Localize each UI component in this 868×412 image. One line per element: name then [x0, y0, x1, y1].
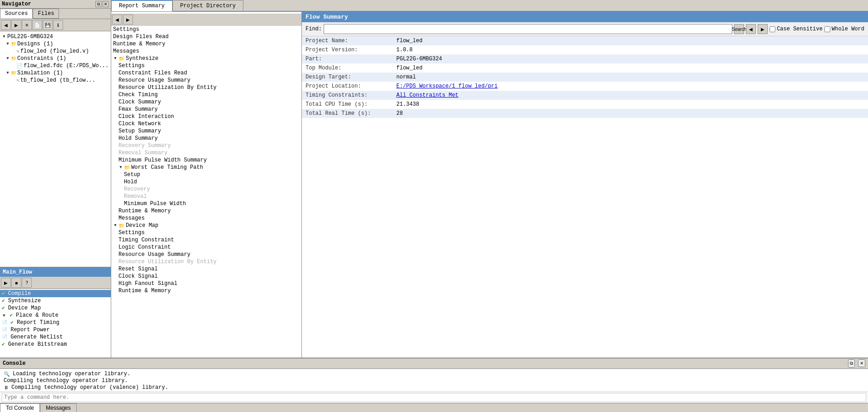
tree-item-designs[interactable]: ▼ 📁 Designs (1) — [0, 40, 111, 48]
rtree-synthesize-folder[interactable]: ▼ 📁 Synthesize — [111, 55, 301, 62]
nav-delete-button[interactable]: ✕ — [22, 20, 32, 30]
console-input[interactable] — [2, 393, 866, 402]
find-prev-button[interactable]: ◀ — [746, 24, 756, 34]
rtree-clock-summary[interactable]: Clock Summary — [111, 98, 301, 106]
rtree-runtime-top[interactable]: Runtime & Memory — [111, 40, 301, 48]
rtree-min-pulse[interactable]: Minimum Pulse Width Summary — [111, 157, 301, 164]
rtree-device-map-folder[interactable]: ▼ 📁 Device Map — [111, 222, 301, 229]
nav-forward-button[interactable]: ▶ — [11, 20, 21, 30]
flow-item-place-route[interactable]: ▼ ✔ Place & Route — [0, 312, 111, 319]
console-line-0: 🔍 Loading technology operator library. — [4, 371, 864, 377]
rtree-worst-case-folder[interactable]: ▼ 📁 Worst Case Timing Path — [111, 164, 301, 171]
rtree-label-settings-top: Settings — [113, 26, 139, 33]
main-flow-tree[interactable]: ✔ Compile ✔ Synthesize ✔ Device Map — [0, 289, 111, 358]
navigator-close-button[interactable]: ✕ — [103, 1, 109, 7]
report-tree-prev-btn[interactable]: ◀ — [112, 15, 122, 25]
search-button[interactable]: Search — [734, 24, 744, 34]
flow-stop-button[interactable]: ■ — [11, 278, 21, 288]
case-sensitive-label[interactable]: Case Sensitive — [769, 26, 823, 32]
rtree-label-runtime-synth: Runtime & Memory — [118, 208, 171, 214]
rtree-runtime-synth[interactable]: Runtime & Memory — [111, 207, 301, 215]
tree-item-flow-led-fdc[interactable]: 📄 flow_led.fdc (E:/PDS_Wo... — [0, 62, 111, 69]
rtree-logic-constraint[interactable]: Logic Constraint — [111, 244, 301, 251]
flow-item-report-timing[interactable]: 📄 ✔ Report Timing — [0, 319, 111, 326]
tree-item-flow-led[interactable]: ✎ flow_led (flow_led.v) — [0, 48, 111, 55]
case-sensitive-text: Case Sensitive — [777, 26, 823, 32]
rtree-timing-constraint[interactable]: Timing Constraint — [111, 236, 301, 244]
report-value-6[interactable]: All Constraints Met — [393, 91, 868, 100]
rtree-dm-resource-util[interactable]: Resource Utilization By Entity — [111, 258, 301, 265]
rtree-synth-settings[interactable]: Settings — [111, 62, 301, 69]
rtree-hold-summary[interactable]: Hold Summary — [111, 135, 301, 142]
rtree-resource-util[interactable]: Resource Utilization By Entity — [111, 84, 301, 91]
nav-info-button[interactable]: ℹ — [53, 20, 63, 30]
tab-sources[interactable]: Sources — [0, 9, 33, 19]
tree-item-pgl22g[interactable]: ▼ PGL22G-6MBG324 — [0, 33, 111, 40]
report-value-5[interactable]: E:/PDS_Workspace/1_flow_led/pri — [393, 82, 868, 91]
flow-label-device-map: Device Map — [8, 305, 41, 311]
rtree-label-clock-signal: Clock Signal — [118, 273, 158, 280]
flow-label-compile: Compile — [8, 290, 31, 297]
rtree-min-pulse-width[interactable]: Minimum Pulse Width — [111, 200, 301, 207]
console-close-button[interactable]: ✕ — [858, 359, 865, 367]
whole-word-checkbox[interactable] — [824, 26, 830, 32]
file-icon-gen-netlist: 📄 — [2, 335, 7, 340]
rtree-label-worst-case: Worst Case Timing Path — [131, 164, 203, 171]
rtree-clock-network[interactable]: Clock Network — [111, 120, 301, 128]
rtree-removal-summary[interactable]: Removal Summary — [111, 149, 301, 157]
rtree-hold[interactable]: Hold — [111, 178, 301, 186]
flow-item-device-map[interactable]: ✔ Device Map — [0, 304, 111, 312]
nav-save-button[interactable]: 💾 — [43, 20, 53, 30]
rtree-messages-synth[interactable]: Messages — [111, 215, 301, 222]
report-tree-next-btn[interactable]: ▶ — [123, 15, 133, 25]
rtree-removal[interactable]: Removal — [111, 193, 301, 200]
whole-word-label[interactable]: Whole Word — [824, 26, 864, 32]
rtree-dm-runtime[interactable]: Runtime & Memory — [111, 287, 301, 294]
report-row-5: Project Location: E:/PDS_Workspace/1_flo… — [302, 82, 868, 91]
case-sensitive-checkbox[interactable] — [769, 26, 775, 32]
navigator-tree[interactable]: ▼ PGL22G-6MBG324 ▼ 📁 Designs (1) — [0, 31, 111, 267]
rtree-dm-settings[interactable]: Settings — [111, 229, 301, 236]
rtree-clock-signal[interactable]: Clock Signal — [111, 273, 301, 280]
rtree-recovery[interactable]: Recovery — [111, 186, 301, 193]
report-row-2: Part: PGL22G-6MBG324 — [302, 54, 868, 64]
tab-report-summary[interactable]: Report Summary — [111, 0, 173, 11]
tab-messages[interactable]: Messages — [40, 403, 77, 412]
flow-help-button[interactable]: ? — [22, 278, 32, 288]
flow-item-compile[interactable]: ✔ Compile — [0, 290, 111, 297]
flow-run-button[interactable]: ▶ — [1, 278, 11, 288]
tree-item-tb-flow-led[interactable]: ✎ tb_flow_led (tb_flow... — [0, 77, 111, 84]
report-tree[interactable]: ◀ ▶ Settings Design Files Read Runtime &… — [111, 12, 302, 358]
flow-item-report-power[interactable]: 📄 Report Power — [0, 326, 111, 334]
rtree-dm-resource-usage[interactable]: Resource Usage Summary — [111, 251, 301, 258]
rtree-design-files[interactable]: Design Files Read — [111, 33, 301, 40]
tab-files[interactable]: Files — [33, 9, 59, 19]
navigator-restore-button[interactable]: ⧉ — [95, 1, 102, 7]
flow-item-gen-netlist[interactable]: 📄 Generate Netlist — [0, 334, 111, 341]
rtree-setup-summary[interactable]: Setup Summary — [111, 128, 301, 135]
rtree-check-timing[interactable]: Check Timing — [111, 91, 301, 98]
tab-project-directory[interactable]: Project Directory — [173, 0, 243, 11]
rtree-label-constraint-files: Constraint Files Read — [118, 70, 187, 76]
rtree-fmax-summary[interactable]: Fmax Summary — [111, 106, 301, 113]
rtree-high-fanout[interactable]: High Fanout Signal — [111, 280, 301, 287]
rtree-constraint-files[interactable]: Constraint Files Read — [111, 69, 301, 77]
tree-item-constraints[interactable]: ▼ 📁 Constraints (1) — [0, 55, 111, 62]
find-input[interactable] — [324, 24, 732, 34]
flow-item-synthesize[interactable]: ✔ Synthesize — [0, 297, 111, 304]
console-restore-button[interactable]: ⧉ — [848, 359, 855, 368]
tree-item-simulation[interactable]: ▼ 📁 Simulation (1) — [0, 69, 111, 77]
rtree-recovery-summary[interactable]: Recovery Summary — [111, 142, 301, 149]
nav-add-button[interactable]: 📄 — [32, 20, 42, 30]
rtree-label-timing-constraint: Timing Constraint — [118, 237, 174, 243]
flow-item-gen-bitstream[interactable]: ✔ Generate Bitstream — [0, 341, 111, 348]
nav-back-button[interactable]: ◀ — [1, 20, 11, 30]
rtree-reset-signal[interactable]: Reset Signal — [111, 265, 301, 273]
rtree-clock-interaction[interactable]: Clock Interaction — [111, 113, 301, 120]
rtree-settings-top[interactable]: Settings — [111, 26, 301, 33]
rtree-messages-top[interactable]: Messages — [111, 48, 301, 55]
tab-tcl-console[interactable]: Tcl Console — [0, 403, 40, 412]
rtree-resource-usage[interactable]: Resource Usage Summary — [111, 77, 301, 84]
rtree-setup[interactable]: Setup — [111, 171, 301, 178]
find-next-button[interactable]: ▶ — [758, 24, 768, 34]
